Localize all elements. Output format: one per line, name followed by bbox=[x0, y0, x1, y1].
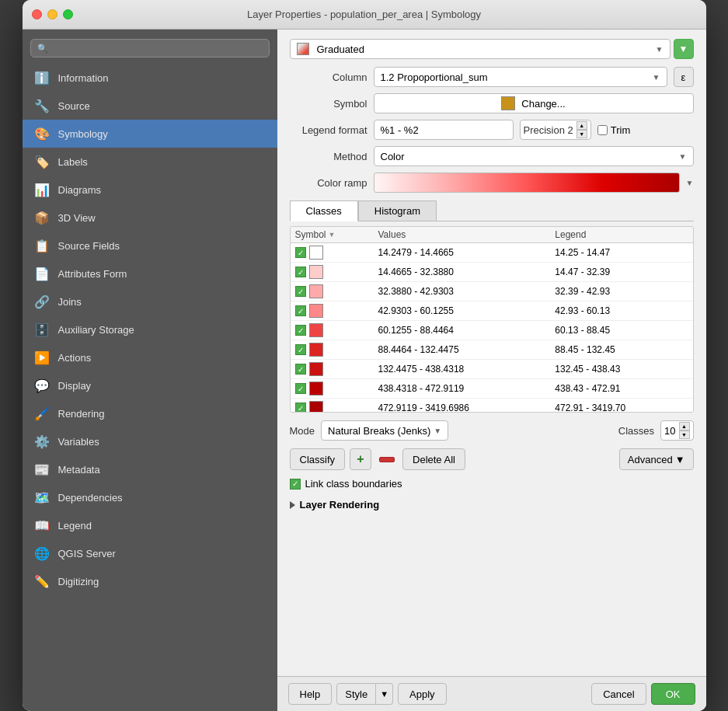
sidebar-item-label: Labels bbox=[58, 156, 88, 168]
sidebar-item-attributes-form[interactable]: 📄 Attributes Form bbox=[23, 260, 277, 288]
color-ramp-arrow-icon[interactable]: ▼ bbox=[686, 179, 694, 187]
sidebar: 🔍 ℹ️ Information 🔧 Source 🎨 Symbology 🏷️… bbox=[23, 30, 277, 711]
row-check[interactable]: ✓ bbox=[295, 325, 306, 336]
table-row[interactable]: ✓ 438.4318 - 472.9119 438.43 - 472.91 bbox=[291, 379, 693, 399]
remove-class-button[interactable] bbox=[376, 448, 398, 470]
symbology-apply-btn[interactable]: ▼ bbox=[674, 39, 694, 59]
sidebar-item-labels[interactable]: 🏷️ Labels bbox=[23, 148, 277, 176]
symbology-type-arrow: ▼ bbox=[656, 45, 664, 54]
style-button[interactable]: Style bbox=[336, 683, 376, 705]
row-values: 60.1255 - 88.4464 bbox=[374, 321, 551, 340]
row-check[interactable]: ✓ bbox=[295, 344, 306, 355]
cancel-button[interactable]: Cancel bbox=[591, 683, 646, 705]
row-color-swatch bbox=[309, 284, 323, 298]
symbol-change-button[interactable]: Change... bbox=[374, 93, 694, 113]
row-values: 472.9119 - 3419.6986 bbox=[374, 399, 551, 413]
add-class-button[interactable]: + bbox=[350, 448, 371, 470]
trim-checkbox[interactable] bbox=[597, 125, 608, 135]
precision-spinner[interactable]: ▲ ▼ bbox=[576, 121, 587, 138]
search-input[interactable] bbox=[52, 43, 263, 54]
digitizing-icon: ✏️ bbox=[33, 573, 51, 590]
sidebar-item-joins[interactable]: 🔗 Joins bbox=[23, 288, 277, 315]
sidebar-item-source[interactable]: 🔧 Source bbox=[23, 92, 277, 120]
method-combo[interactable]: Color ▼ bbox=[374, 146, 694, 166]
precision-box: Precision 2 ▲ ▼ bbox=[520, 120, 591, 140]
row-check[interactable]: ✓ bbox=[295, 247, 306, 258]
classes-spinner: 10 ▲ ▼ bbox=[660, 420, 693, 441]
classify-button[interactable]: Classify bbox=[290, 448, 346, 470]
row-check[interactable]: ✓ bbox=[295, 267, 306, 277]
minus-icon bbox=[379, 457, 395, 462]
trim-label: Trim bbox=[611, 124, 631, 136]
sidebar-item-label: Rendering bbox=[58, 408, 105, 420]
sidebar-item-dependencies[interactable]: 🗺️ Dependencies bbox=[23, 483, 277, 511]
close-button[interactable] bbox=[32, 9, 42, 19]
layer-rendering-section[interactable]: Layer Rendering bbox=[290, 499, 694, 511]
sidebar-item-3dview[interactable]: 📦 3D View bbox=[23, 204, 277, 232]
epsilon-button[interactable]: ε bbox=[674, 67, 694, 87]
trim-checkbox-row: Trim bbox=[597, 124, 631, 136]
search-box[interactable]: 🔍 bbox=[30, 39, 270, 58]
sidebar-item-rendering[interactable]: 🖌️ Rendering bbox=[23, 399, 277, 427]
row-check[interactable]: ✓ bbox=[295, 383, 306, 394]
sidebar-item-diagrams[interactable]: 📊 Diagrams bbox=[23, 176, 277, 204]
sidebar-item-information[interactable]: ℹ️ Information bbox=[23, 64, 277, 92]
table-row[interactable]: ✓ 14.4665 - 32.3880 14.47 - 32.39 bbox=[291, 263, 693, 282]
maximize-button[interactable] bbox=[63, 9, 73, 19]
precision-down[interactable]: ▼ bbox=[576, 130, 587, 138]
sidebar-item-auxiliary-storage[interactable]: 🗄️ Auxiliary Storage bbox=[23, 315, 277, 343]
table-row[interactable]: ✓ 472.9119 - 3419.6986 472.91 - 3419.70 bbox=[291, 399, 693, 413]
sidebar-item-digitizing[interactable]: ✏️ Digitizing bbox=[23, 567, 277, 595]
sidebar-item-qgis-server[interactable]: 🌐 QGIS Server bbox=[23, 539, 277, 567]
sidebar-item-label: Joins bbox=[58, 296, 82, 308]
classes-label: Classes bbox=[618, 425, 654, 437]
color-ramp-preview[interactable] bbox=[374, 173, 680, 193]
table-row[interactable]: ✓ 132.4475 - 438.4318 132.45 - 438.43 bbox=[291, 360, 693, 379]
advanced-button[interactable]: Advanced ▼ bbox=[619, 448, 694, 470]
classes-up[interactable]: ▲ bbox=[679, 422, 690, 430]
legend-format-row: Legend format Precision 2 ▲ ▼ Trim bbox=[290, 120, 694, 140]
sidebar-item-display[interactable]: 💬 Display bbox=[23, 371, 277, 399]
legend-format-input[interactable] bbox=[374, 120, 514, 140]
sidebar-item-variables[interactable]: ⚙️ Variables bbox=[23, 427, 277, 455]
sidebar-item-metadata[interactable]: 📰 Metadata bbox=[23, 455, 277, 483]
minimize-button[interactable] bbox=[47, 9, 57, 19]
help-button[interactable]: Help bbox=[288, 683, 333, 705]
row-check[interactable]: ✓ bbox=[295, 364, 306, 375]
sidebar-item-symbology[interactable]: 🎨 Symbology bbox=[23, 120, 277, 148]
delete-all-button[interactable]: Delete All bbox=[402, 448, 465, 470]
panel-inner: Graduated ▼ ▼ Column 1.2 Propoportional_… bbox=[277, 30, 706, 676]
symbology-type-combo[interactable]: Graduated ▼ bbox=[290, 39, 671, 59]
mode-combo[interactable]: Natural Breaks (Jenks) ▼ bbox=[321, 420, 448, 441]
advanced-arrow-icon: ▼ bbox=[675, 454, 685, 465]
sidebar-item-label: Diagrams bbox=[58, 184, 102, 196]
row-legend: 88.45 - 132.45 bbox=[550, 340, 692, 360]
sidebar-item-source-fields[interactable]: 📋 Source Fields bbox=[23, 232, 277, 260]
color-ramp-row: Color ramp ▼ bbox=[290, 173, 694, 193]
table-row[interactable]: ✓ 60.1255 - 88.4464 60.13 - 88.45 bbox=[291, 321, 693, 340]
row-legend: 42.93 - 60.13 bbox=[550, 301, 692, 321]
apply-button[interactable]: Apply bbox=[398, 683, 447, 705]
row-symbol-cell: ✓ bbox=[291, 399, 374, 413]
row-check[interactable]: ✓ bbox=[295, 286, 306, 297]
classes-down[interactable]: ▼ bbox=[679, 430, 690, 439]
table-row[interactable]: ✓ 14.2479 - 14.4665 14.25 - 14.47 bbox=[291, 243, 693, 263]
table-row[interactable]: ✓ 32.3880 - 42.9303 32.39 - 42.93 bbox=[291, 282, 693, 301]
sidebar-item-label: QGIS Server bbox=[58, 548, 116, 559]
column-combo[interactable]: 1.2 Propoportional_sum ▼ bbox=[374, 67, 667, 87]
mode-value: Natural Breaks (Jenks) bbox=[328, 425, 430, 437]
tab-classes[interactable]: Classes bbox=[290, 200, 358, 221]
row-check[interactable]: ✓ bbox=[295, 403, 306, 413]
link-class-checkbox[interactable]: ✓ bbox=[290, 479, 301, 490]
sidebar-item-actions[interactable]: ▶️ Actions bbox=[23, 343, 277, 371]
row-values: 438.4318 - 472.9119 bbox=[374, 379, 551, 399]
ok-button[interactable]: OK bbox=[651, 683, 695, 705]
table-row[interactable]: ✓ 88.4464 - 132.4475 88.45 - 132.45 bbox=[291, 340, 693, 360]
style-arrow-button[interactable]: ▼ bbox=[376, 683, 393, 705]
precision-up[interactable]: ▲ bbox=[576, 121, 587, 130]
row-check[interactable]: ✓ bbox=[295, 305, 306, 316]
table-row[interactable]: ✓ 42.9303 - 60.1255 42.93 - 60.13 bbox=[291, 301, 693, 321]
sidebar-item-label: Source Fields bbox=[58, 240, 120, 252]
tab-histogram[interactable]: Histogram bbox=[358, 200, 437, 221]
sidebar-item-legend[interactable]: 📖 Legend bbox=[23, 511, 277, 539]
